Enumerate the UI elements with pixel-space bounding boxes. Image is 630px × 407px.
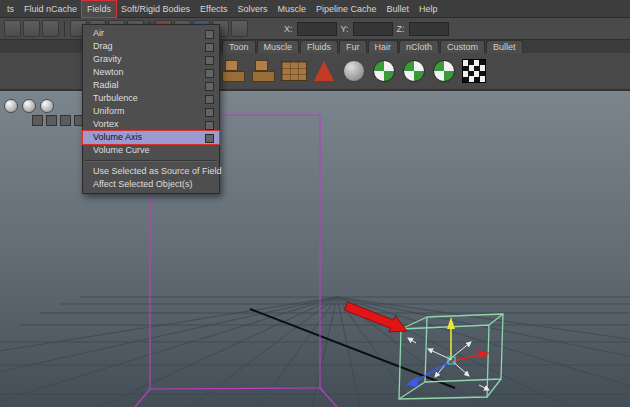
menu-item-label: Volume Curve xyxy=(93,145,150,155)
menu-item-vortex[interactable]: Vortex xyxy=(83,118,219,131)
y-label: Y: xyxy=(341,24,349,34)
menu-separator xyxy=(85,160,217,162)
tab-fluids[interactable]: Fluids xyxy=(300,40,338,53)
menu-item-drag[interactable]: Drag xyxy=(83,40,219,53)
select-object-icon[interactable] xyxy=(23,20,40,37)
option-box-icon[interactable] xyxy=(205,121,214,130)
option-box-icon[interactable] xyxy=(205,30,214,39)
menubar: ts Fluid nCache Fields Soft/Rigid Bodies… xyxy=(0,0,630,18)
menu-item-label: Turbulence xyxy=(93,93,138,103)
checker-sphere-icon[interactable] xyxy=(430,57,458,85)
x-input[interactable] xyxy=(297,22,337,36)
ground-grid xyxy=(0,297,630,407)
menu-item-label: Radial xyxy=(93,80,119,90)
option-box-icon[interactable] xyxy=(205,43,214,52)
menu-assets-partial[interactable]: ts xyxy=(2,1,19,17)
wireframe-ball-icon[interactable] xyxy=(22,99,36,113)
render-settings-icon[interactable] xyxy=(231,20,248,37)
camera-toggle-icon[interactable] xyxy=(46,115,57,126)
move-manipulator[interactable] xyxy=(406,317,490,387)
menu-item-label: Affect Selected Object(s) xyxy=(93,179,192,189)
menu-pipeline-cache[interactable]: Pipeline Cache xyxy=(311,1,382,17)
maya-window: ts Fluid nCache Fields Soft/Rigid Bodies… xyxy=(0,0,630,407)
shaded-ball-icon[interactable] xyxy=(4,99,18,113)
toolbar-divider xyxy=(64,21,65,37)
select-hierarchy-icon[interactable] xyxy=(4,20,21,37)
menu-item-uniform[interactable]: Uniform xyxy=(83,105,219,118)
option-box-icon[interactable] xyxy=(205,82,214,91)
menu-item-affect-selected-objects[interactable]: Affect Selected Object(s) xyxy=(83,178,219,191)
x-label: X: xyxy=(284,24,293,34)
annotation-arrow xyxy=(345,302,408,332)
box-stack-icon[interactable] xyxy=(220,57,248,85)
checker-sphere-icon[interactable] xyxy=(370,57,398,85)
cone-icon[interactable] xyxy=(310,57,338,85)
box-stack-icon[interactable] xyxy=(250,57,278,85)
sphere-icon[interactable] xyxy=(340,57,368,85)
transform-entry: X: Y: Z: xyxy=(284,22,449,36)
select-component-icon[interactable] xyxy=(42,20,59,37)
manip-z-arrowhead[interactable] xyxy=(406,376,418,387)
tab-fur[interactable]: Fur xyxy=(339,40,367,53)
menu-item-volume-axis[interactable]: Volume Axis xyxy=(83,131,219,144)
manip-y-arrowhead[interactable] xyxy=(447,317,455,329)
menu-fields[interactable]: Fields xyxy=(82,1,116,17)
option-box-icon[interactable] xyxy=(205,56,214,65)
panel-toolbar xyxy=(4,99,54,113)
menu-solvers[interactable]: Solvers xyxy=(232,1,272,17)
grid-toggle-icon[interactable] xyxy=(32,115,43,126)
option-box-icon[interactable] xyxy=(205,69,214,78)
menu-muscle[interactable]: Muscle xyxy=(272,1,311,17)
tab-bullet[interactable]: Bullet xyxy=(486,40,523,53)
menu-item-air[interactable]: Air xyxy=(83,27,219,40)
light-toggle-icon[interactable] xyxy=(60,115,71,126)
z-label: Z: xyxy=(397,24,405,34)
menu-item-gravity[interactable]: Gravity xyxy=(83,53,219,66)
tab-toon[interactable]: Toon xyxy=(222,40,256,53)
tab-custom[interactable]: Custom xyxy=(440,40,485,53)
tab-hair[interactable]: Hair xyxy=(368,40,399,53)
option-box-icon[interactable] xyxy=(205,108,214,117)
menu-help[interactable]: Help xyxy=(414,1,443,17)
menu-fluid-ncache[interactable]: Fluid nCache xyxy=(19,1,82,17)
menu-soft-rigid-bodies[interactable]: Soft/Rigid Bodies xyxy=(116,1,195,17)
option-box-icon[interactable] xyxy=(205,134,214,143)
menu-item-radial[interactable]: Radial xyxy=(83,79,219,92)
manip-z-axis[interactable] xyxy=(416,361,451,381)
tab-muscle[interactable]: Muscle xyxy=(257,40,300,53)
option-box-icon[interactable] xyxy=(205,95,214,104)
menu-effects[interactable]: Effects xyxy=(195,1,232,17)
menu-item-label: Drag xyxy=(93,41,113,51)
menu-item-label: Vortex xyxy=(93,119,119,129)
z-input[interactable] xyxy=(409,22,449,36)
checker-sphere-icon[interactable] xyxy=(400,57,428,85)
menu-item-label: Newton xyxy=(93,67,124,77)
y-input[interactable] xyxy=(353,22,393,36)
menu-item-use-selected-as-source[interactable]: Use Selected as Source of Field xyxy=(83,165,219,178)
tab-ncloth[interactable]: nCloth xyxy=(399,40,439,53)
menu-item-newton[interactable]: Newton xyxy=(83,66,219,79)
menu-item-volume-curve[interactable]: Volume Curve xyxy=(83,144,219,157)
menu-item-label: Volume Axis xyxy=(93,132,142,142)
checker-board-icon[interactable] xyxy=(460,57,488,85)
menu-item-label: Uniform xyxy=(93,106,125,116)
fields-menu-dropdown: Air Drag Gravity Newton Radial Turbulenc… xyxy=(82,24,220,194)
menu-item-turbulence[interactable]: Turbulence xyxy=(83,92,219,105)
textured-ball-icon[interactable] xyxy=(40,99,54,113)
box-wall-icon[interactable] xyxy=(280,57,308,85)
menu-item-label: Use Selected as Source of Field xyxy=(93,166,222,176)
menu-item-label: Air xyxy=(93,28,104,38)
menu-item-label: Gravity xyxy=(93,54,122,64)
menu-bullet[interactable]: Bullet xyxy=(382,1,415,17)
